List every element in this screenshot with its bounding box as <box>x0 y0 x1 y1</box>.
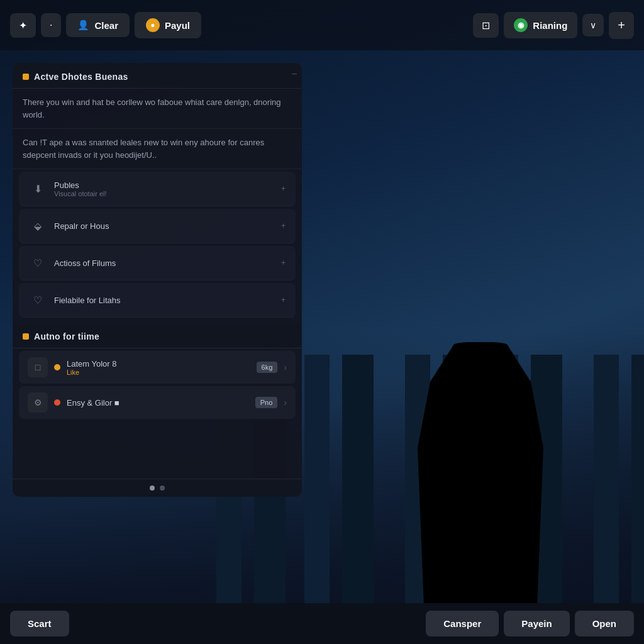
clear-label: Clear <box>94 20 118 31</box>
screen-icon: ⊡ <box>482 20 490 31</box>
text-1-content: There you win and hat be corllew wo fabo… <box>23 97 280 119</box>
list-label-0: Publes <box>54 180 274 190</box>
item-card-0[interactable]: □ Latem Yolor 8 Like 6kg › <box>19 351 296 384</box>
list-arrow-1: + <box>281 221 286 230</box>
pay-button[interactable]: ● Payul <box>135 12 201 38</box>
screen-button[interactable]: ⊡ <box>473 13 499 38</box>
section1-collapse-button[interactable]: – <box>292 68 297 78</box>
list-item-0[interactable]: ⬇ Publes Visucal ototair el! + <box>19 172 296 206</box>
text-2-content: Can !T ape a was snanted leales new to w… <box>23 138 264 160</box>
panel-pagination <box>13 479 302 497</box>
open-label: Open <box>592 618 616 629</box>
cansper-button[interactable]: Cansper <box>426 611 499 636</box>
scart-label: Scart <box>28 618 52 629</box>
bottom-bar: Scart Cansper Payein Open <box>0 603 644 644</box>
main-panel: Actve Dhotes Buenas – There you win and … <box>13 63 302 497</box>
list-label-1: Repalr or Hous <box>54 221 274 231</box>
star-button[interactable]: ✦ <box>10 13 36 38</box>
section1-header: Actve Dhotes Buenas – <box>13 63 302 89</box>
item-card-badge-0: 6kg <box>257 362 278 373</box>
section2-title: Autno for tiime <box>34 331 99 341</box>
add-button[interactable]: + <box>609 12 634 39</box>
status-button[interactable]: ◉ Rianing <box>504 12 577 38</box>
item-card-arrow-1: › <box>284 397 287 408</box>
text-block-1: There you win and hat be corllew wo fabo… <box>13 89 302 129</box>
section2-indicator <box>23 333 29 340</box>
item-card-1[interactable]: ⚙ Ensy & Gilor ■ Pno › <box>19 386 296 419</box>
user-icon: 👤 <box>77 19 89 31</box>
chevron-button[interactable]: ∨ <box>582 14 604 36</box>
bottom-right-buttons: Cansper Payein Open <box>426 611 634 636</box>
dot-button[interactable]: · <box>41 13 61 37</box>
item-card-icon-1: ⚙ <box>28 392 48 413</box>
page-dot-1[interactable] <box>150 486 155 491</box>
top-right-controls: ⊡ ◉ Rianing ∨ + <box>473 12 634 39</box>
item-card-badge-1: Pno <box>255 397 278 408</box>
list-icon-3: ♡ <box>29 291 47 309</box>
list-arrow-3: + <box>281 296 286 304</box>
character-silhouette <box>418 342 543 606</box>
dot-icon: · <box>50 19 52 30</box>
list-item-2[interactable]: ♡ Actioss of Filums + <box>19 246 296 280</box>
text-block-2: Can !T ape a was snanted leales new to w… <box>13 129 302 169</box>
item-card-icon-0: □ <box>28 357 48 377</box>
page-dot-2[interactable] <box>160 486 165 491</box>
section1-indicator <box>23 74 29 80</box>
payein-label: Payein <box>521 618 552 629</box>
item-card-sub-0: Like <box>67 369 250 376</box>
section2-header: Autno for tiime <box>13 323 302 348</box>
item-card-info-0: Latem Yolor 8 Like <box>67 359 250 376</box>
list-icon-1: ⬙ <box>29 217 47 235</box>
list-sublabel-0: Visucal ototair el! <box>54 190 274 197</box>
item-card-title-0: Latem Yolor 8 <box>67 359 250 369</box>
section1-title: Actve Dhotes Buenas <box>34 72 128 82</box>
open-button[interactable]: Open <box>575 611 634 636</box>
list-arrow-2: + <box>281 258 286 267</box>
cansper-label: Cansper <box>443 618 481 629</box>
status-label: Rianing <box>533 20 567 31</box>
top-bar: ✦ · 👤 Clear ● Payul ⊡ ◉ Rianing ∨ + <box>0 0 644 50</box>
list-arrow-0: + <box>281 184 286 193</box>
clear-button[interactable]: 👤 Clear <box>66 13 130 37</box>
list-item-3[interactable]: ♡ Fielabile for Litahs + <box>19 283 296 318</box>
warning-dot-0 <box>54 364 60 370</box>
plus-icon: + <box>618 18 625 32</box>
list-item-1[interactable]: ⬙ Repalr or Hous + <box>19 209 296 243</box>
list-icon-2: ♡ <box>29 254 47 272</box>
item-card-arrow-0: › <box>284 362 287 372</box>
item-card-info-1: Ensy & Gilor ■ <box>67 398 249 408</box>
star-icon: ✦ <box>19 20 27 31</box>
scart-button[interactable]: Scart <box>10 611 69 636</box>
warning-dot-1 <box>54 399 60 406</box>
pay-icon: ● <box>146 18 160 32</box>
pay-label: Payul <box>165 20 190 31</box>
item-card-title-1: Ensy & Gilor ■ <box>67 398 249 408</box>
status-icon: ◉ <box>514 18 528 32</box>
payein-button[interactable]: Payein <box>504 611 569 636</box>
panel-content: There you win and hat be corllew wo fabo… <box>13 89 302 479</box>
list-icon-0: ⬇ <box>29 180 47 197</box>
list-label-2: Actioss of Filums <box>54 258 274 268</box>
chevron-down-icon: ∨ <box>590 20 596 30</box>
list-label-3: Fielabile for Litahs <box>54 296 274 305</box>
